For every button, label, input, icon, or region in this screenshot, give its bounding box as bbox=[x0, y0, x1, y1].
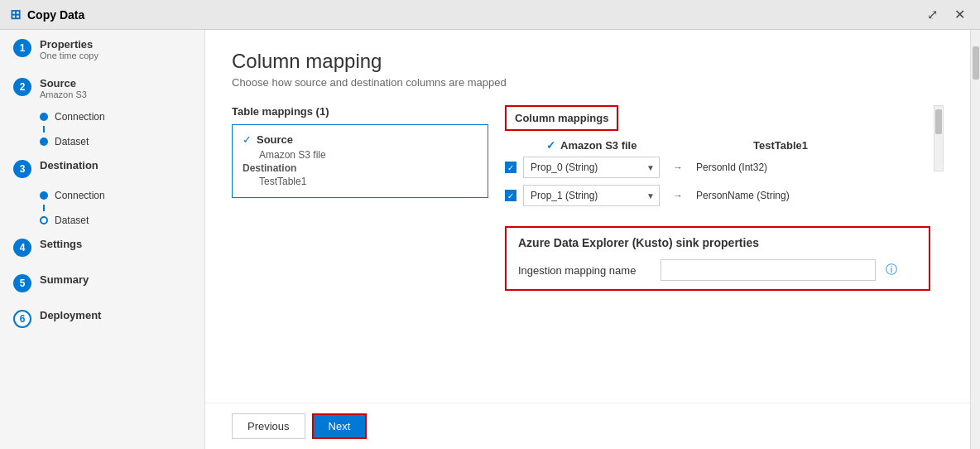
step-1-subtitle: One time copy bbox=[40, 51, 98, 60]
row-1-checkbox[interactable]: ✓ bbox=[505, 162, 516, 173]
page-subtitle: Choose how source and destination column… bbox=[232, 76, 944, 89]
dest-dataset-label: Dataset bbox=[55, 215, 89, 226]
content-area: Column mapping Choose how source and des… bbox=[205, 30, 970, 449]
step-number-6: 6 bbox=[13, 310, 31, 328]
sidebar-item-source[interactable]: 2 Source Amazon S3 bbox=[0, 69, 204, 108]
row-1-check-icon: ✓ bbox=[507, 163, 514, 172]
table-mappings-section: Table mappings (1) ✓ Source Amazon S3 fi… bbox=[232, 105, 488, 291]
dest-connection-item[interactable]: Connection bbox=[40, 186, 204, 205]
content-footer: Previous Next bbox=[205, 403, 970, 449]
content-body: Column mapping Choose how source and des… bbox=[205, 30, 970, 403]
step-2-title: Source bbox=[40, 77, 87, 89]
source-connection-label: Connection bbox=[55, 111, 105, 123]
title-bar-left: ⊞ Copy Data bbox=[10, 7, 84, 22]
sidebar-item-summary[interactable]: 5 Summary bbox=[0, 265, 204, 301]
step-4-title: Settings bbox=[40, 238, 82, 250]
col-headers-row: ✓ Amazon S3 file TestTable1 bbox=[505, 139, 930, 157]
col-source-header: ✓ Amazon S3 file bbox=[546, 139, 728, 152]
app-title: Copy Data bbox=[27, 8, 84, 22]
mapping-source-row: ✓ Source bbox=[243, 133, 478, 146]
step-5-text: Summary bbox=[40, 273, 89, 286]
col-map-scrollbar-thumb bbox=[935, 109, 942, 134]
dest-connection-dot bbox=[40, 191, 48, 200]
arrow-right-icon-1: → bbox=[673, 162, 683, 173]
step-6-title: Deployment bbox=[40, 309, 101, 321]
step-4-text: Settings bbox=[40, 238, 82, 250]
source-connection-item[interactable]: Connection bbox=[40, 108, 204, 126]
table-mappings-header: Table mappings (1) bbox=[232, 105, 488, 118]
row-2-source-dropdown-wrapper: Prop_1 (String) ▼ bbox=[523, 185, 660, 206]
close-button[interactable]: ✕ bbox=[949, 5, 970, 24]
sink-field-label: Ingestion mapping name bbox=[518, 264, 651, 277]
arrow-right-icon-2: → bbox=[673, 190, 683, 201]
row-2-dest-value: PersonName (String) bbox=[696, 190, 790, 201]
connector-2 bbox=[43, 205, 45, 211]
mapping-dest-label: Destination bbox=[243, 162, 478, 174]
copy-data-icon: ⊞ bbox=[10, 7, 21, 22]
sink-row-1: Ingestion mapping name ⓘ bbox=[518, 259, 917, 281]
mapping-dest-detail: TestTable1 bbox=[243, 176, 478, 187]
step-5-title: Summary bbox=[40, 273, 89, 286]
row-2-check-icon: ✓ bbox=[507, 191, 514, 200]
info-icon[interactable]: ⓘ bbox=[886, 263, 897, 278]
row-1-source-dropdown-wrapper: Prop_0 (String) ▼ bbox=[523, 157, 660, 178]
column-mappings-section: Column mappings ✓ Amazon S3 file TestTab… bbox=[488, 105, 944, 291]
connector-1 bbox=[43, 126, 45, 133]
row-1-dest-value: PersonId (Int32) bbox=[696, 162, 767, 173]
step-number-1: 1 bbox=[13, 39, 31, 57]
step-1-title: Properties bbox=[40, 38, 98, 51]
step-1-text: Properties One time copy bbox=[40, 38, 98, 60]
dest-connection-label: Connection bbox=[55, 190, 105, 201]
source-connection-dot bbox=[40, 113, 48, 121]
sidebar-item-deployment[interactable]: 6 Deployment bbox=[0, 301, 204, 336]
source-check-header: ✓ bbox=[546, 139, 555, 152]
col-dest-header: TestTable1 bbox=[753, 139, 808, 152]
previous-button[interactable]: Previous bbox=[232, 413, 305, 439]
mapping-source-detail: Amazon S3 file bbox=[243, 149, 478, 161]
right-scrollbar-thumb bbox=[973, 46, 979, 80]
mapping-area: Table mappings (1) ✓ Source Amazon S3 fi… bbox=[232, 105, 944, 291]
step-3-subitems: Connection Dataset bbox=[0, 186, 204, 229]
sidebar-item-properties[interactable]: 1 Properties One time copy bbox=[0, 30, 204, 69]
next-button[interactable]: Next bbox=[312, 413, 368, 439]
col-map-inner: Column mappings ✓ Amazon S3 file TestTab… bbox=[505, 105, 930, 291]
main-container: 1 Properties One time copy 2 Source Amaz… bbox=[0, 30, 980, 449]
page-title: Column mapping bbox=[232, 50, 944, 73]
title-bar: ⊞ Copy Data ⤢ ✕ bbox=[0, 0, 980, 30]
dest-dataset-dot bbox=[40, 216, 48, 224]
col-map-scrollbar[interactable] bbox=[934, 105, 944, 171]
col-map-row-2: ✓ Prop_1 (String) ▼ → PersonName (String… bbox=[505, 185, 930, 206]
source-dataset-dot bbox=[40, 138, 48, 146]
step-2-text: Source Amazon S3 bbox=[40, 77, 87, 99]
sidebar: 1 Properties One time copy 2 Source Amaz… bbox=[0, 30, 205, 449]
step-2-subtitle: Amazon S3 bbox=[40, 89, 87, 99]
source-header-label: Amazon S3 file bbox=[560, 139, 637, 152]
source-dataset-item[interactable]: Dataset bbox=[40, 133, 204, 151]
sink-title: Azure Data Explorer (Kusto) sink propert… bbox=[518, 236, 917, 249]
step-2-subitems: Connection Dataset bbox=[0, 108, 204, 151]
dest-dataset-item[interactable]: Dataset bbox=[40, 211, 204, 229]
source-dataset-label: Dataset bbox=[55, 136, 89, 147]
sidebar-item-settings[interactable]: 4 Settings bbox=[0, 229, 204, 265]
step-3-title: Destination bbox=[40, 159, 98, 171]
step-number-3: 3 bbox=[13, 160, 31, 178]
step-number-2: 2 bbox=[13, 78, 31, 96]
ingestion-mapping-input[interactable] bbox=[661, 259, 876, 281]
title-bar-right: ⤢ ✕ bbox=[922, 5, 970, 24]
expand-button[interactable]: ⤢ bbox=[922, 5, 943, 24]
mapping-source-label: Source bbox=[257, 133, 293, 146]
step-number-4: 4 bbox=[13, 239, 31, 257]
row-2-source-dropdown[interactable]: Prop_1 (String) bbox=[523, 185, 660, 206]
step-number-5: 5 bbox=[13, 274, 31, 292]
col-map-row-1: ✓ Prop_0 (String) ▼ → PersonId (Int32) bbox=[505, 157, 930, 178]
column-mappings-header: Column mappings bbox=[505, 105, 618, 131]
row-2-checkbox[interactable]: ✓ bbox=[505, 190, 516, 201]
step-3-text: Destination bbox=[40, 159, 98, 171]
sink-properties-section: Azure Data Explorer (Kusto) sink propert… bbox=[505, 226, 930, 291]
right-scrollbar[interactable] bbox=[970, 30, 980, 449]
sidebar-item-destination[interactable]: 3 Destination bbox=[0, 151, 204, 186]
row-1-source-dropdown[interactable]: Prop_0 (String) bbox=[523, 157, 660, 178]
table-mapping-box: ✓ Source Amazon S3 file Destination Test… bbox=[232, 124, 488, 198]
source-check-icon: ✓ bbox=[243, 133, 252, 146]
step-6-text: Deployment bbox=[40, 309, 101, 321]
